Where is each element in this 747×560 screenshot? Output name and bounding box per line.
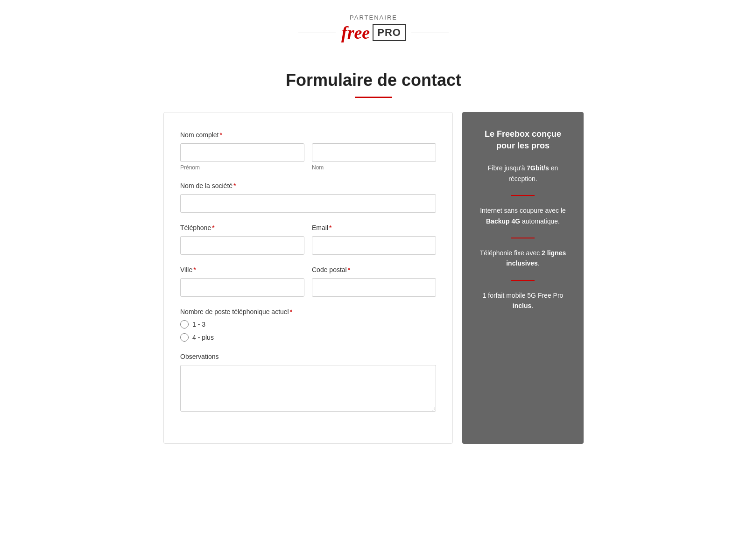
sidebar-divider-2	[511, 238, 535, 238]
email-label: Email*	[312, 224, 436, 231]
sidebar-title: Le Freebox conçue pour les pros	[476, 128, 570, 152]
tel-email-row: Téléphone* Email*	[180, 224, 436, 255]
nom-col: Nom	[312, 143, 436, 171]
ville-cp-row: Ville* Code postal*	[180, 266, 436, 297]
prenom-col: Prénom	[180, 143, 304, 171]
societe-input[interactable]	[180, 194, 436, 213]
societe-group: Nom de la société*	[180, 182, 436, 213]
required-star-societe: *	[233, 182, 236, 189]
sidebar-item-mobile: 1 forfait mobile 5G Free Pro inclus.	[476, 290, 570, 311]
tel-email-group: Téléphone* Email*	[180, 224, 436, 255]
sidebar-divider-1	[511, 195, 535, 196]
ville-col: Ville*	[180, 266, 304, 297]
radio-4-plus[interactable]: 4 - plus	[180, 333, 436, 342]
code-postal-input[interactable]	[312, 278, 436, 297]
societe-label: Nom de la société*	[180, 182, 436, 189]
sidebar-item-telephonie: Téléphonie fixe avec 2 lignes inclusives…	[476, 248, 570, 269]
observations-textarea[interactable]	[180, 365, 436, 412]
observations-label: Observations	[180, 353, 436, 360]
observations-group: Observations	[180, 353, 436, 413]
nom-sublabel: Nom	[312, 164, 436, 171]
radio-1-3[interactable]: 1 - 3	[180, 320, 436, 329]
header: PARTENAIRE free PRO	[0, 0, 747, 52]
radio-group: 1 - 3 4 - plus	[180, 320, 436, 342]
nom-input-row: Prénom Nom	[180, 143, 436, 171]
ville-label: Ville*	[180, 266, 304, 273]
header-divider: free PRO	[0, 24, 747, 42]
cp-col: Code postal*	[312, 266, 436, 297]
postes-label: Nombre de poste téléphonique actuel*	[180, 308, 436, 315]
sidebar-item-fibre: Fibre jusqu'à 7Gbit/s en réception.	[476, 163, 570, 184]
email-input[interactable]	[312, 236, 436, 255]
form-panel: Nom complet* Prénom Nom Nom de la sociét…	[163, 112, 453, 444]
logo-pro: PRO	[373, 24, 406, 42]
page-title-section: Formulaire de contact	[0, 70, 747, 98]
prenom-sublabel: Prénom	[180, 164, 304, 171]
logo-container: free PRO	[341, 24, 406, 42]
radio-1-3-input[interactable]	[180, 320, 189, 329]
required-star: *	[219, 131, 222, 139]
ville-input[interactable]	[180, 278, 304, 297]
tel-label: Téléphone*	[180, 224, 304, 231]
radio-4-plus-input[interactable]	[180, 333, 189, 342]
nom-complet-label: Nom complet*	[180, 131, 436, 139]
title-underline	[355, 97, 392, 98]
postes-group: Nombre de poste téléphonique actuel* 1 -…	[180, 308, 436, 342]
email-col: Email*	[312, 224, 436, 255]
telephone-input[interactable]	[180, 236, 304, 255]
logo-free: free	[341, 24, 370, 42]
page-title: Formulaire de contact	[0, 70, 747, 90]
sidebar-panel: Le Freebox conçue pour les pros Fibre ju…	[462, 112, 584, 444]
sidebar-divider-3	[511, 280, 535, 281]
partenaire-label: PARTENAIRE	[0, 14, 747, 21]
tel-col: Téléphone*	[180, 224, 304, 255]
prenom-input[interactable]	[180, 143, 304, 162]
main-content: Nom complet* Prénom Nom Nom de la sociét…	[93, 112, 654, 472]
nom-complet-group: Nom complet* Prénom Nom	[180, 131, 436, 171]
sidebar-item-backup: Internet sans coupure avec le Backup 4G …	[476, 205, 570, 226]
ville-cp-group: Ville* Code postal*	[180, 266, 436, 297]
nom-input[interactable]	[312, 143, 436, 162]
cp-label: Code postal*	[312, 266, 436, 273]
